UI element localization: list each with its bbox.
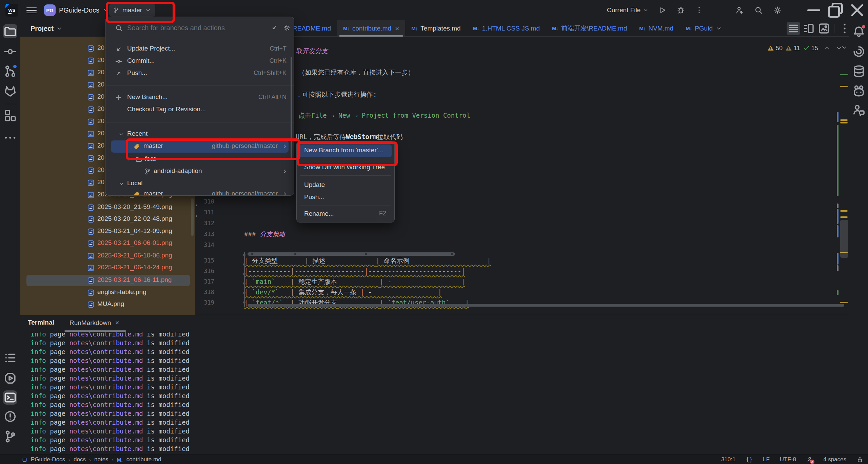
run-config-selector[interactable]: Current File	[607, 6, 649, 14]
lock-open-icon[interactable]	[856, 456, 863, 463]
commit-icon[interactable]	[3, 44, 17, 59]
terminal-tab-runmarkdown[interactable]: RunMarkdown×	[70, 319, 119, 327]
code-with-me-chat-icon[interactable]	[852, 103, 866, 117]
gitlab-icon[interactable]	[3, 84, 17, 98]
stripe-mark-warning[interactable]	[840, 86, 848, 87]
file-encoding[interactable]: UTF-8	[780, 456, 796, 463]
more-icon[interactable]	[838, 22, 851, 35]
branch-row-local-master[interactable]: mastergithub-personal/master	[105, 188, 294, 196]
close-button[interactable]	[846, 0, 868, 20]
menu-item-update-project-[interactable]: Update Project...Ctrl+T	[105, 43, 294, 55]
terminal-title[interactable]: Terminal	[28, 319, 54, 326]
table-grip-vertical[interactable]	[244, 252, 245, 307]
run-icon[interactable]	[658, 6, 667, 15]
breadcrumb-item[interactable]: contribute.md	[126, 456, 161, 463]
tab-contribute-md[interactable]: M↓contribute.md×	[337, 20, 405, 36]
stripe-mark-warning[interactable]	[840, 302, 848, 303]
project-name: PGuide-Docs	[59, 6, 99, 14]
tree-row-file[interactable]: 2025-03-21_06-06-01.png	[20, 237, 195, 250]
version-control-icon[interactable]	[3, 429, 17, 444]
breadcrumb-separator: ›	[68, 457, 70, 463]
menu-item-new-branch-[interactable]: New Branch...Ctrl+Alt+N	[105, 92, 294, 104]
terminal-icon[interactable]	[3, 390, 17, 405]
main-menu-icon[interactable]	[26, 6, 37, 15]
breadcrumb-item[interactable]: PGuide-Docs	[31, 456, 65, 463]
tree-row-file[interactable]: 2025-03-20_22-02-48.png	[20, 213, 195, 226]
caret-position[interactable]: 310:1	[721, 456, 736, 463]
tree-row-file[interactable]: 2025-03-21_04-12-09.png	[20, 226, 195, 238]
tree-row-file[interactable]: 2025-03-21_06-10-06.png	[20, 250, 195, 262]
todo-icon[interactable]	[3, 351, 17, 365]
tab-templates-md[interactable]: M↓Templates.md	[405, 20, 467, 36]
editor-vertical-scrollbar[interactable]	[840, 220, 848, 258]
close-icon[interactable]: ×	[395, 24, 399, 33]
debug-icon[interactable]	[676, 6, 685, 15]
stripe-mark-warning[interactable]	[840, 119, 848, 121]
assistant-bot-icon[interactable]	[852, 84, 866, 98]
project-folder-icon[interactable]	[3, 24, 17, 38]
table-grip-horizontal[interactable]	[248, 252, 455, 256]
line-number: 314	[195, 240, 214, 250]
menu-item-push-[interactable]: Push...Ctrl+Shift+K	[105, 67, 294, 80]
tag-icon	[133, 191, 140, 196]
tab-pguid[interactable]: M↓PGuid	[679, 20, 728, 36]
ai-assistant-icon[interactable]	[852, 44, 866, 59]
more-icon[interactable]	[3, 131, 17, 145]
terminal-output[interactable]: info page notes\contribute.md is modifie…	[20, 332, 849, 454]
stripe-mark-warning[interactable]	[840, 210, 848, 212]
add-user-icon[interactable]	[735, 6, 744, 15]
submenu-item-update[interactable]: Update	[297, 179, 394, 192]
tab--readme-md[interactable]: M↓前端开发\README.md	[546, 20, 633, 36]
inspections-widget[interactable]: 50 11 15	[767, 43, 843, 54]
editor-list-icon[interactable]	[787, 22, 800, 35]
tree-row-file[interactable]: 2025-03-21_06-14-24.png	[20, 262, 195, 274]
more-icon[interactable]	[695, 6, 704, 15]
split-view-icon[interactable]	[802, 22, 815, 35]
search-icon[interactable]	[754, 6, 763, 15]
menu-item-checkout-tag-or-revision-[interactable]: Checkout Tag or Revision...	[105, 104, 294, 116]
tree-row-file[interactable]: MUA.png	[20, 298, 195, 311]
minimize-button[interactable]	[803, 0, 825, 20]
project-widget[interactable]: PG PGuide-Docs	[44, 3, 109, 17]
tab-nvm-md[interactable]: M↓NVM.md	[633, 20, 679, 36]
vcs-change-mark	[837, 265, 839, 271]
line-number: 315	[195, 255, 214, 266]
database-icon[interactable]	[852, 64, 866, 78]
submenu-item-rename-[interactable]: Rename...F2	[297, 208, 394, 220]
structure-icon[interactable]	[3, 108, 17, 122]
webstorm-logo-icon[interactable]: WS	[5, 4, 18, 17]
preview-icon[interactable]	[817, 22, 831, 35]
breadcrumb-item[interactable]: docs	[74, 456, 86, 463]
menu-item-commit-[interactable]: Commit...Ctrl+K	[105, 55, 294, 67]
submenu-item-push-[interactable]: Push...	[297, 191, 394, 204]
maximize-button[interactable]	[825, 0, 846, 20]
stripe-collapse-icon[interactable]	[841, 44, 848, 51]
branch-search-field[interactable]: Search for branches and actions	[105, 21, 294, 36]
table-grip-dot	[243, 301, 245, 304]
stripe-mark-warning[interactable]	[840, 216, 848, 218]
tree-row-file[interactable]: 2025-03-20_21-59-49.png	[20, 201, 195, 214]
code-with-me-off-icon[interactable]: ×	[806, 456, 813, 463]
problems-icon[interactable]	[3, 409, 17, 424]
tab-1-html-css-js-md[interactable]: M↓1.HTML CSS JS.md	[467, 20, 546, 36]
tree-row-file[interactable]: 2025-03-21_06-16-11.png	[20, 274, 195, 287]
file-name: 2025-03-21_06-06-01.png	[97, 239, 172, 247]
line-separator[interactable]: LF	[763, 456, 770, 463]
divider	[300, 206, 391, 206]
run-widget-icon[interactable]	[3, 371, 17, 385]
project-tree-scrollbar[interactable]	[191, 198, 194, 236]
braces-matcher[interactable]: {}	[746, 456, 752, 463]
breadcrumb[interactable]: PGuide-Docs›docs›notes›M↓contribute.md	[22, 456, 161, 463]
settings-icon[interactable]	[773, 6, 782, 15]
breadcrumb-item[interactable]: notes	[94, 456, 108, 463]
notifications-icon[interactable]	[852, 24, 866, 39]
stripe-mark-green[interactable]	[840, 74, 848, 75]
close-icon[interactable]: ×	[115, 319, 119, 327]
prev-problem-icon[interactable]	[824, 45, 830, 52]
editor-horizontal-scrollbar[interactable]	[248, 304, 844, 307]
git-graph-icon[interactable]	[3, 64, 17, 78]
stripe-mark-warning[interactable]	[840, 122, 848, 123]
indent-setting[interactable]: 4 spaces	[823, 456, 846, 463]
tree-row-file[interactable]: english-table.png	[20, 287, 195, 299]
branch-row-android-adaption[interactable]: android-adaption	[105, 166, 294, 178]
